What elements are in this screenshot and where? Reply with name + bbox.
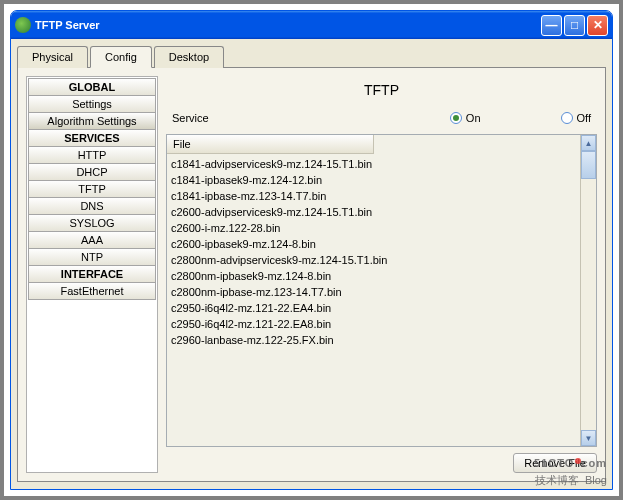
service-row: Service On Off <box>166 108 597 134</box>
config-panel: GLOBALSettingsAlgorithm SettingsSERVICES… <box>17 68 606 482</box>
list-item[interactable]: c2600-advipservicesk9-mz.124-15.T1.bin <box>171 204 576 220</box>
radio-on-label: On <box>466 112 481 124</box>
scroll-down-button[interactable]: ▼ <box>581 430 596 446</box>
sidebar-header: INTERFACE <box>28 265 156 283</box>
minimize-button[interactable]: — <box>541 15 562 36</box>
maximize-button[interactable]: □ <box>564 15 585 36</box>
scroll-thumb[interactable] <box>581 151 596 179</box>
radio-on[interactable]: On <box>450 112 481 124</box>
list-item[interactable]: c2800nm-ipbasek9-mz.124-8.bin <box>171 268 576 284</box>
sidebar-item[interactable]: NTP <box>28 248 156 266</box>
app-icon <box>15 17 31 33</box>
titlebar[interactable]: TFTP Server — □ ✕ <box>11 11 612 39</box>
tab-desktop[interactable]: Desktop <box>154 46 224 68</box>
tab-config[interactable]: Config <box>90 46 152 68</box>
sidebar-item[interactable]: DHCP <box>28 163 156 181</box>
sidebar-item[interactable]: FastEthernet <box>28 282 156 300</box>
file-listbox[interactable]: File c1841-advipservicesk9-mz.124-15.T1.… <box>166 134 597 447</box>
radio-off-label: Off <box>577 112 591 124</box>
sidebar: GLOBALSettingsAlgorithm SettingsSERVICES… <box>26 76 158 473</box>
main-area: TFTP Service On Off File <box>166 76 597 473</box>
tab-bar: Physical Config Desktop <box>17 45 606 68</box>
close-button[interactable]: ✕ <box>587 15 608 36</box>
list-header-row: File <box>167 135 580 154</box>
list-item[interactable]: c2800nm-ipbase-mz.123-14.T7.bin <box>171 284 576 300</box>
sidebar-item[interactable]: Algorithm Settings <box>28 112 156 130</box>
watermark: 51CTOcom 技术博客 Blog <box>534 447 607 488</box>
radio-off-icon <box>561 112 573 124</box>
service-label: Service <box>172 112 312 124</box>
sidebar-item[interactable]: HTTP <box>28 146 156 164</box>
radio-off[interactable]: Off <box>561 112 591 124</box>
list-item[interactable]: c2960-lanbase-mz.122-25.FX.bin <box>171 332 576 348</box>
page-title: TFTP <box>166 76 597 108</box>
list-item[interactable]: c2950-i6q4l2-mz.121-22.EA4.bin <box>171 300 576 316</box>
app-window: TFTP Server — □ ✕ Physical Config Deskto… <box>10 10 613 490</box>
window-title: TFTP Server <box>35 19 539 31</box>
scroll-track[interactable] <box>581 179 596 430</box>
list-item[interactable]: c2800nm-advipservicesk9-mz.124-15.T1.bin <box>171 252 576 268</box>
list-item[interactable]: c2600-i-mz.122-28.bin <box>171 220 576 236</box>
sidebar-header: SERVICES <box>28 129 156 147</box>
tab-physical[interactable]: Physical <box>17 46 88 68</box>
sidebar-item[interactable]: SYSLOG <box>28 214 156 232</box>
sidebar-item[interactable]: TFTP <box>28 180 156 198</box>
scroll-up-button[interactable]: ▲ <box>581 135 596 151</box>
list-item[interactable]: c2600-ipbasek9-mz.124-8.bin <box>171 236 576 252</box>
list-item[interactable]: c1841-ipbase-mz.123-14.T7.bin <box>171 188 576 204</box>
column-header-file[interactable]: File <box>167 135 374 154</box>
sidebar-item[interactable]: DNS <box>28 197 156 215</box>
sidebar-header: GLOBAL <box>28 78 156 96</box>
list-item[interactable]: c1841-advipservicesk9-mz.124-15.T1.bin <box>171 156 576 172</box>
radio-on-icon <box>450 112 462 124</box>
scrollbar[interactable]: ▲ ▼ <box>580 135 596 446</box>
sidebar-item[interactable]: Settings <box>28 95 156 113</box>
list-item[interactable]: c1841-ipbasek9-mz.124-12.bin <box>171 172 576 188</box>
file-list-body[interactable]: c1841-advipservicesk9-mz.124-15.T1.binc1… <box>167 154 580 350</box>
list-item[interactable]: c2950-i6q4l2-mz.121-22.EA8.bin <box>171 316 576 332</box>
sidebar-item[interactable]: AAA <box>28 231 156 249</box>
